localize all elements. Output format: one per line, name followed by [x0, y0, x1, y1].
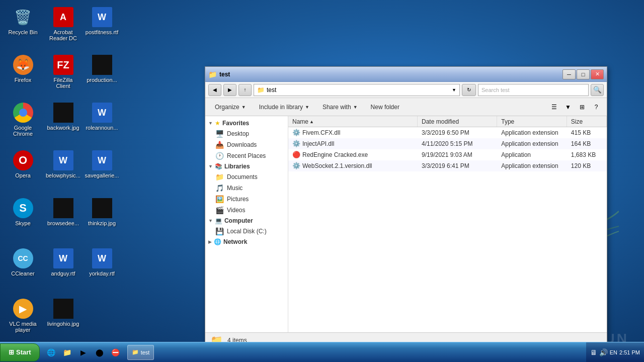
- desktop-icon-roleannounce[interactable]: W roleannoun...: [83, 101, 121, 133]
- yorkday-icon: W: [92, 248, 112, 268]
- window-titlebar: 📁 test ─ □ ✕: [205, 67, 607, 82]
- documents-nav-label: Documents: [227, 173, 258, 180]
- nav-item-videos[interactable]: 🎬 Videos: [205, 205, 288, 216]
- desktop-icon-production[interactable]: production...: [83, 53, 121, 85]
- favorites-label: Favorites: [222, 120, 249, 127]
- up-button[interactable]: ↑: [238, 84, 252, 96]
- file-name-cell: ⚙️ InjectAPI.dll: [288, 138, 418, 149]
- network-icon: 🌐: [214, 238, 221, 245]
- view-change-button[interactable]: ▼: [561, 101, 575, 114]
- table-row[interactable]: ⚙️ Fivem.CFX.dll 3/3/2019 6:50 PM Applic…: [288, 127, 607, 138]
- production-label: production...: [87, 77, 117, 83]
- desktop-nav-icon: 🖥️: [215, 130, 224, 138]
- desktop-icon-belowphysic[interactable]: W belowphysic...: [44, 148, 82, 180]
- nav-item-documents[interactable]: 📁 Documents: [205, 171, 288, 183]
- address-field[interactable]: 📁 test ▼: [254, 84, 460, 96]
- nav-item-desktop[interactable]: 🖥️ Desktop: [205, 128, 288, 139]
- desktop-icon-opera[interactable]: O Opera: [4, 148, 42, 180]
- desktop-icon-postfitness[interactable]: W postfitness.rtf: [83, 5, 121, 37]
- window-minimize-button[interactable]: ─: [562, 69, 576, 79]
- new-folder-label: New folder: [371, 104, 399, 111]
- taskbar-folder-button[interactable]: 📁: [60, 345, 75, 359]
- nav-item-downloads[interactable]: 📥 Downloads: [205, 139, 288, 150]
- refresh-button[interactable]: ↻: [462, 84, 476, 96]
- search-field[interactable]: Search test: [478, 84, 589, 96]
- filezilla-icon: FZ: [53, 55, 73, 75]
- nav-item-music[interactable]: 🎵 Music: [205, 183, 288, 194]
- file-date: 4/11/2020 5:15 PM: [422, 140, 472, 147]
- file-date-cell: 9/19/2021 9:03 AM: [418, 149, 497, 160]
- taskbar-chrome-button[interactable]: ⬤: [92, 345, 107, 359]
- favorites-section[interactable]: ▼ ★ Favorites: [205, 118, 288, 128]
- column-date-label: Date modified: [422, 118, 459, 125]
- file-type-cell: Application extension: [497, 127, 567, 138]
- taskbar-security-button[interactable]: ⛔: [108, 345, 123, 359]
- file-icon: ⚙️: [292, 129, 300, 136]
- file-name-cell: ⚙️ Fivem.CFX.dll: [288, 127, 418, 138]
- desktop-icon-yorkday[interactable]: W yorkday.rtf: [83, 246, 121, 279]
- recent-places-nav-icon: 🕐: [215, 152, 224, 160]
- column-name[interactable]: Name ▲: [288, 116, 418, 127]
- column-date-modified[interactable]: Date modified: [418, 116, 497, 127]
- desktop-icon-backwork[interactable]: backwork.jpg: [44, 101, 82, 133]
- taskbar-item-test[interactable]: 📁 test: [127, 345, 154, 360]
- window-close-button[interactable]: ✕: [591, 69, 604, 79]
- thinkzip-label: thinkzip.jpg: [88, 220, 116, 226]
- desktop-icon-acrobat[interactable]: A Acrobat Reader DC: [44, 5, 82, 43]
- sort-arrow-icon: ▲: [309, 119, 314, 124]
- view-list-button[interactable]: ☰: [547, 101, 560, 114]
- forward-button[interactable]: ▶: [223, 84, 236, 96]
- file-type: Application extension: [501, 140, 558, 147]
- ccleaner-icon: CC: [13, 248, 33, 268]
- desktop-icon-andguy[interactable]: W andguy.rtf: [44, 246, 82, 279]
- desktop-icon-savegallerie[interactable]: W savegallerie...: [83, 148, 121, 180]
- desktop-icon-firefox[interactable]: 🦊 Firefox: [4, 53, 42, 85]
- organize-button[interactable]: Organize ▼: [209, 100, 252, 114]
- yorkday-label: yorkday.rtf: [89, 270, 115, 277]
- taskbar-clock[interactable]: 2:51 PM: [619, 349, 640, 355]
- network-section[interactable]: ▶ 🌐 Network: [205, 237, 288, 247]
- table-row[interactable]: 🔴 RedEngine Cracked.exe 9/19/2021 9:03 A…: [288, 149, 607, 160]
- belowphysic-icon: W: [53, 150, 73, 170]
- desktop-icon-vlc[interactable]: ▶ VLC media player: [4, 297, 42, 335]
- chrome-label: Google Chrome: [6, 125, 40, 137]
- column-size[interactable]: Size: [567, 116, 607, 127]
- file-rows: ⚙️ Fivem.CFX.dll 3/3/2019 6:50 PM Applic…: [288, 127, 607, 332]
- address-folder-icon: 📁: [257, 86, 265, 94]
- start-button[interactable]: ⊞ Start: [0, 343, 40, 361]
- column-type[interactable]: Type: [497, 116, 567, 127]
- share-with-button[interactable]: Share with ▼: [317, 100, 363, 114]
- nav-item-local-disk[interactable]: 💾 Local Disk (C:): [205, 226, 288, 237]
- include-in-library-button[interactable]: Include in library ▼: [254, 100, 315, 114]
- nav-item-recent-places[interactable]: 🕐 Recent Places: [205, 150, 288, 161]
- taskbar-media-button[interactable]: ▶: [76, 345, 91, 359]
- tray-volume-icon: 🔊: [599, 348, 608, 356]
- libraries-arrow-icon: ▼: [208, 164, 213, 169]
- window-maximize-button[interactable]: □: [577, 69, 590, 79]
- libraries-section[interactable]: ▼ 📚 Libraries: [205, 161, 288, 171]
- desktop-icon-browsedee[interactable]: browsedee...: [44, 196, 82, 228]
- new-folder-button[interactable]: New folder: [365, 100, 405, 114]
- window-folder-icon: 📁: [208, 70, 216, 78]
- desktop-icon-thinkzip[interactable]: thinkzip.jpg: [83, 196, 121, 228]
- view-preview-button[interactable]: ⊞: [576, 101, 589, 114]
- search-button[interactable]: 🔍: [591, 84, 604, 96]
- desktop-icon-livingohio[interactable]: livingohio.jpg: [44, 297, 82, 329]
- acrobat-icon: A: [53, 7, 73, 27]
- desktop-icon-skype[interactable]: S Skype: [4, 196, 42, 228]
- table-row[interactable]: ⚙️ WebSocket.2.1.version.dll 3/3/2019 6:…: [288, 160, 607, 171]
- recycle-bin-icon: 🗑️: [13, 7, 33, 27]
- back-button[interactable]: ◀: [208, 84, 221, 96]
- file-size-cell: 164 KB: [567, 138, 607, 149]
- help-button[interactable]: ?: [590, 101, 603, 114]
- desktop-icon-ccleaner[interactable]: CC CCleaner: [4, 246, 42, 279]
- taskbar-ie-button[interactable]: 🌐: [44, 345, 59, 359]
- table-row[interactable]: ⚙️ InjectAPI.dll 4/11/2020 5:15 PM Appli…: [288, 138, 607, 149]
- computer-section[interactable]: ▼ 💻 Computer: [205, 216, 288, 226]
- nav-item-pictures[interactable]: 🖼️ Pictures: [205, 194, 288, 205]
- desktop-icon-filezilla[interactable]: FZ FileZilla Client: [44, 53, 82, 91]
- backwork-label: backwork.jpg: [47, 125, 79, 131]
- desktop-icon-recycle-bin[interactable]: 🗑️ Recycle Bin: [4, 5, 42, 37]
- file-list: Name ▲ Date modified Type Size: [288, 116, 607, 332]
- desktop-icon-chrome[interactable]: Google Chrome: [4, 101, 42, 139]
